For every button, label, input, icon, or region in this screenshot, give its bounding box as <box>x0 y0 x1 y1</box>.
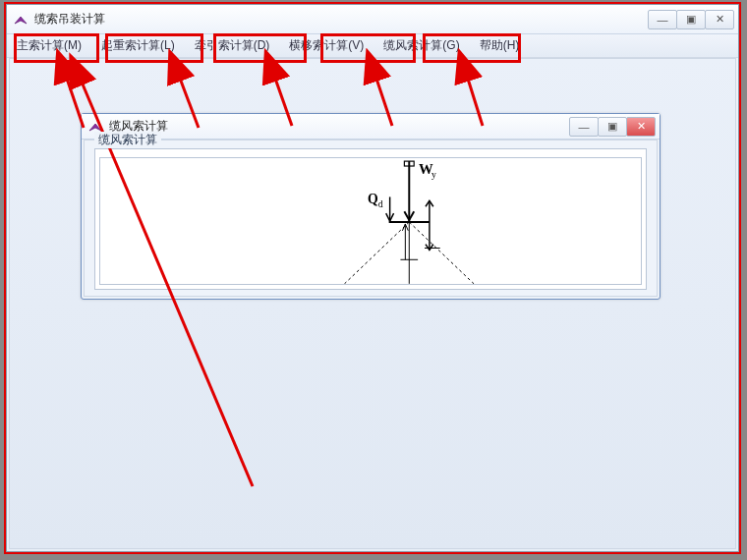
svg-marker-1 <box>89 124 101 131</box>
menu-wind-cable[interactable]: 缆风索计算(G) <box>374 34 469 57</box>
menu-hoist-cable[interactable]: 起重索计算(L) <box>91 34 185 57</box>
diagram-area: W y Q d <box>99 157 642 285</box>
menu-help[interactable]: 帮助(H) <box>470 34 530 57</box>
child-close-button[interactable]: ✕ <box>626 117 656 137</box>
svg-text:Q: Q <box>368 192 378 206</box>
cable-diagram: W y Q d <box>100 158 641 284</box>
svg-marker-0 <box>15 17 27 24</box>
group-box: W y Q d <box>94 148 647 290</box>
svg-line-11 <box>409 222 474 284</box>
menu-main-cable[interactable]: 主索计算(M) <box>7 34 91 57</box>
child-window: 缆风索计算 — ▣ ✕ 缆风索计算 <box>81 113 661 300</box>
group-label: 缆风索计算 <box>94 132 161 148</box>
app-icon <box>13 12 29 28</box>
main-titlebar: 缆索吊装计算 — ▣ ✕ <box>7 5 738 34</box>
close-button[interactable]: ✕ <box>705 10 734 29</box>
svg-text:d: d <box>378 198 383 209</box>
minimize-button[interactable]: — <box>648 10 677 29</box>
main-title: 缆索吊装计算 <box>34 11 105 28</box>
mdi-area: 缆风索计算 — ▣ ✕ 缆风索计算 <box>9 58 736 549</box>
child-maximize-button[interactable]: ▣ <box>598 117 627 137</box>
main-window: 缆索吊装计算 — ▣ ✕ 主索计算(M) 起重索计算(L) 牵引索计算(D) 横… <box>6 4 739 552</box>
child-titlebar[interactable]: 缆风索计算 — ▣ ✕ <box>82 114 660 140</box>
svg-text:y: y <box>431 169 436 180</box>
menubar: 主索计算(M) 起重索计算(L) 牵引索计算(D) 横移索计算(V) 缆风索计算… <box>7 34 738 58</box>
child-minimize-button[interactable]: — <box>569 117 599 137</box>
menu-traction-cable[interactable]: 牵引索计算(D) <box>185 34 280 57</box>
svg-line-10 <box>344 222 409 284</box>
menu-traverse-cable[interactable]: 横移索计算(V) <box>279 34 374 57</box>
maximize-button[interactable]: ▣ <box>676 10 706 29</box>
